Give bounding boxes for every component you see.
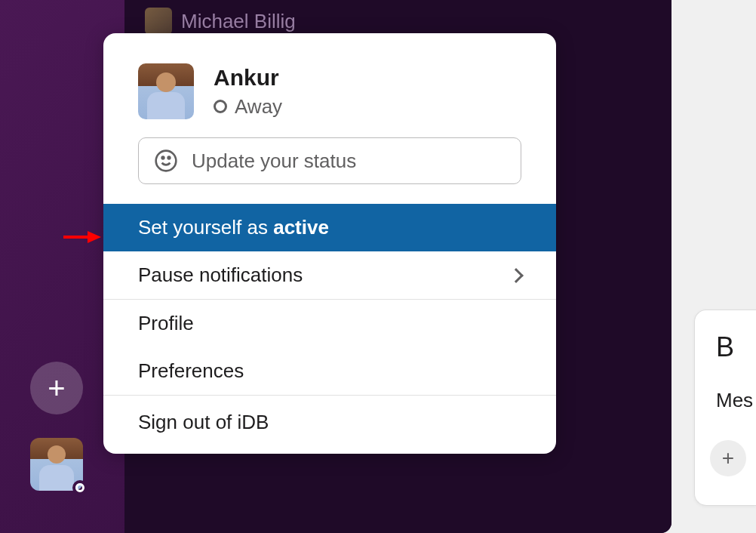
sign-out-menu-item[interactable]: Sign out of iDB xyxy=(103,396,556,454)
set-active-menu-item[interactable]: Set yourself as active xyxy=(103,204,556,251)
preferences-menu-item[interactable]: Preferences xyxy=(103,347,556,395)
plus-icon: + xyxy=(48,371,65,405)
user-name-label: Ankur xyxy=(214,65,282,91)
preferences-label: Preferences xyxy=(138,359,244,383)
user-avatar xyxy=(138,63,194,119)
arrow-line xyxy=(63,236,89,239)
right-panel-add-button[interactable]: + xyxy=(710,440,746,476)
presence-label: Away xyxy=(235,95,282,119)
presence-away-icon xyxy=(75,483,85,492)
user-presence-indicator xyxy=(72,480,88,495)
member-avatar xyxy=(145,8,172,35)
user-menu-popup: Ankur Away Update your status Set yourse… xyxy=(103,33,556,454)
svg-point-1 xyxy=(162,157,164,159)
sidebar-member-item[interactable]: Michael Billig xyxy=(145,8,296,35)
status-input-wrapper: Update your status xyxy=(103,137,556,204)
profile-header: Ankur Away xyxy=(103,33,556,137)
svg-point-2 xyxy=(168,157,171,159)
svg-point-0 xyxy=(156,151,177,171)
sign-out-label: Sign out of iDB xyxy=(138,411,269,433)
member-name-label: Michael Billig xyxy=(181,10,296,33)
profile-menu-item[interactable]: Profile xyxy=(103,300,556,347)
set-active-label: Set yourself as active xyxy=(138,216,329,239)
add-workspace-button[interactable]: + xyxy=(30,362,83,414)
smiley-icon xyxy=(154,149,178,173)
plus-icon: + xyxy=(722,446,734,470)
pause-notifications-label: Pause notifications xyxy=(138,263,303,287)
right-panel-message-label: Mes xyxy=(716,389,753,412)
arrow-head-icon xyxy=(88,231,101,243)
right-panel-letter: B xyxy=(716,331,756,363)
away-presence-icon xyxy=(214,100,227,113)
presence-row: Away xyxy=(214,95,282,119)
profile-label: Profile xyxy=(138,312,194,335)
profile-info: Ankur Away xyxy=(214,65,282,119)
status-placeholder-text: Update your status xyxy=(192,149,356,173)
pause-notifications-menu-item[interactable]: Pause notifications xyxy=(103,251,556,299)
right-side-panel: B Mes + xyxy=(694,310,756,506)
arrow-annotation xyxy=(63,231,101,243)
update-status-input[interactable]: Update your status xyxy=(138,137,521,184)
chevron-right-icon xyxy=(509,268,524,283)
